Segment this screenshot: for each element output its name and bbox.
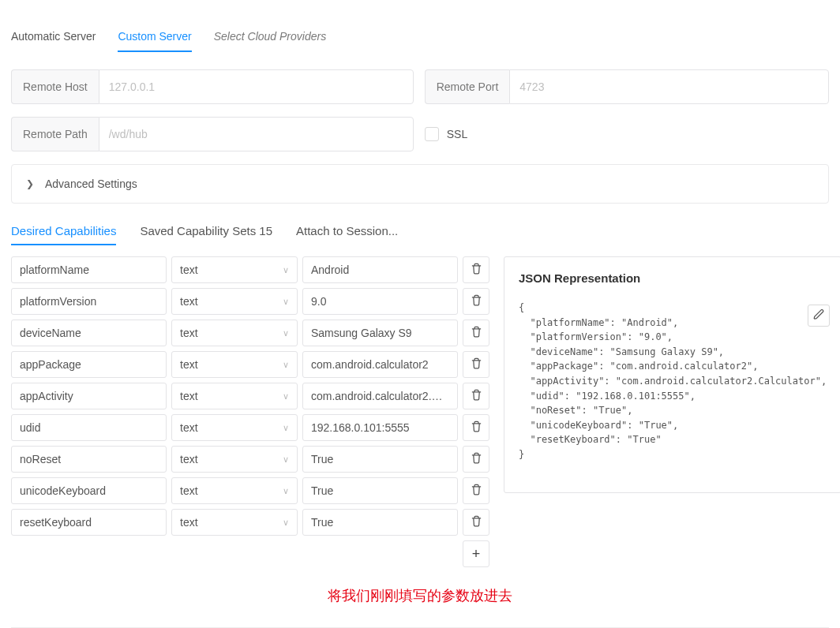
annotation-text: 将我们刚刚填写的参数放进去 bbox=[11, 586, 829, 605]
ssl-checkbox[interactable] bbox=[425, 127, 439, 141]
pencil-icon bbox=[813, 308, 825, 323]
trash-icon bbox=[471, 294, 482, 308]
cap-type-select[interactable]: text∨ bbox=[171, 509, 298, 536]
cap-name-input[interactable] bbox=[11, 509, 167, 536]
cap-value-input[interactable] bbox=[302, 414, 458, 441]
chevron-down-icon: ∨ bbox=[283, 391, 289, 402]
cap-value-input[interactable] bbox=[302, 383, 458, 409]
capability-row: text∨ bbox=[11, 509, 489, 536]
delete-cap-button[interactable] bbox=[463, 320, 489, 346]
remote-port-label: Remote Port bbox=[425, 69, 510, 104]
chevron-down-icon: ∨ bbox=[283, 328, 289, 338]
delete-cap-button[interactable] bbox=[463, 446, 489, 473]
trash-icon bbox=[471, 484, 482, 498]
advanced-settings-label: Advanced Settings bbox=[45, 178, 137, 190]
json-representation-panel: JSON Representation { "platformName": "A… bbox=[504, 256, 840, 493]
json-title: JSON Representation bbox=[519, 271, 827, 285]
cap-value-input[interactable] bbox=[302, 351, 458, 378]
chevron-down-icon: ∨ bbox=[283, 423, 289, 433]
cap-name-input[interactable] bbox=[11, 288, 167, 315]
cap-name-input[interactable] bbox=[11, 414, 167, 441]
tab-attach-to-session[interactable]: Attach to Session... bbox=[296, 218, 398, 245]
chevron-down-icon: ∨ bbox=[283, 486, 289, 496]
remote-path-input[interactable] bbox=[99, 117, 414, 151]
add-capability-button[interactable]: + bbox=[463, 540, 489, 567]
cap-type-select[interactable]: text∨ bbox=[171, 256, 298, 283]
delete-cap-button[interactable] bbox=[463, 288, 489, 315]
tab-desired-capabilities[interactable]: Desired Capabilities bbox=[11, 218, 116, 245]
cap-type-select[interactable]: text∨ bbox=[171, 320, 298, 346]
remote-host-label: Remote Host bbox=[11, 69, 99, 104]
cap-name-input[interactable] bbox=[11, 383, 167, 409]
cap-type-select[interactable]: text∨ bbox=[171, 446, 298, 473]
delete-cap-button[interactable] bbox=[463, 351, 489, 378]
chevron-down-icon: ∨ bbox=[283, 265, 289, 275]
delete-cap-button[interactable] bbox=[463, 383, 489, 409]
capability-row: text∨ bbox=[11, 446, 489, 473]
chevron-down-icon: ∨ bbox=[283, 297, 289, 307]
capability-row: text∨ bbox=[11, 351, 489, 378]
cap-type-select[interactable]: text∨ bbox=[171, 288, 298, 315]
cap-name-input[interactable] bbox=[11, 256, 167, 283]
capability-tabs: Desired Capabilities Saved Capability Se… bbox=[11, 218, 829, 245]
cap-name-input[interactable] bbox=[11, 446, 167, 473]
chevron-right-icon: ❯ bbox=[26, 178, 34, 189]
server-tabs: Automatic Server Custom Server Select Cl… bbox=[11, 22, 829, 52]
capability-row: text∨ bbox=[11, 288, 489, 315]
remote-port-input[interactable] bbox=[509, 69, 829, 104]
ssl-label: SSL bbox=[447, 128, 467, 140]
cap-type-select[interactable]: text∨ bbox=[171, 414, 298, 441]
trash-icon bbox=[471, 515, 482, 529]
delete-cap-button[interactable] bbox=[463, 477, 489, 504]
delete-cap-button[interactable] bbox=[463, 509, 489, 536]
tab-automatic-server[interactable]: Automatic Server bbox=[11, 22, 96, 52]
cap-value-input[interactable] bbox=[302, 256, 458, 283]
cap-name-input[interactable] bbox=[11, 320, 167, 346]
cap-value-input[interactable] bbox=[302, 509, 458, 536]
tab-custom-server[interactable]: Custom Server bbox=[118, 22, 191, 52]
capability-row: text∨ bbox=[11, 383, 489, 409]
cap-value-input[interactable] bbox=[302, 477, 458, 504]
cap-value-input[interactable] bbox=[302, 320, 458, 346]
cap-value-input[interactable] bbox=[302, 288, 458, 315]
trash-icon bbox=[471, 357, 482, 372]
capability-row: text∨ bbox=[11, 256, 489, 283]
json-content: { "platformName": "Android", "platformVe… bbox=[519, 301, 827, 462]
cap-value-input[interactable] bbox=[302, 446, 458, 473]
delete-cap-button[interactable] bbox=[463, 414, 489, 441]
trash-icon bbox=[471, 263, 482, 277]
chevron-down-icon: ∨ bbox=[283, 360, 289, 370]
remote-host-field: Remote Host bbox=[11, 69, 414, 104]
capability-row: text∨ bbox=[11, 414, 489, 441]
capability-row: text∨ bbox=[11, 320, 489, 346]
chevron-down-icon: ∨ bbox=[283, 518, 289, 528]
trash-icon bbox=[471, 389, 482, 403]
chevron-down-icon: ∨ bbox=[283, 454, 289, 465]
plus-icon: + bbox=[472, 546, 481, 563]
capability-row: text∨ bbox=[11, 477, 489, 504]
cap-type-select[interactable]: text∨ bbox=[171, 477, 298, 504]
trash-icon bbox=[471, 421, 482, 435]
remote-host-input[interactable] bbox=[99, 69, 414, 104]
cap-type-select[interactable]: text∨ bbox=[171, 383, 298, 409]
cap-type-select[interactable]: text∨ bbox=[171, 351, 298, 378]
tab-saved-capability-sets[interactable]: Saved Capability Sets 15 bbox=[140, 218, 272, 245]
delete-cap-button[interactable] bbox=[463, 256, 489, 283]
trash-icon bbox=[471, 326, 482, 340]
trash-icon bbox=[471, 452, 482, 466]
advanced-settings-toggle[interactable]: ❯ Advanced Settings bbox=[11, 164, 829, 204]
tab-cloud-providers[interactable]: Select Cloud Providers bbox=[214, 22, 326, 52]
cap-name-input[interactable] bbox=[11, 477, 167, 504]
remote-port-field: Remote Port bbox=[425, 69, 829, 104]
edit-json-button[interactable] bbox=[808, 305, 830, 327]
remote-path-label: Remote Path bbox=[11, 117, 99, 151]
remote-path-field: Remote Path bbox=[11, 117, 414, 151]
cap-name-input[interactable] bbox=[11, 351, 167, 378]
capabilities-list: text∨text∨text∨text∨text∨text∨text∨text∨… bbox=[11, 256, 489, 567]
